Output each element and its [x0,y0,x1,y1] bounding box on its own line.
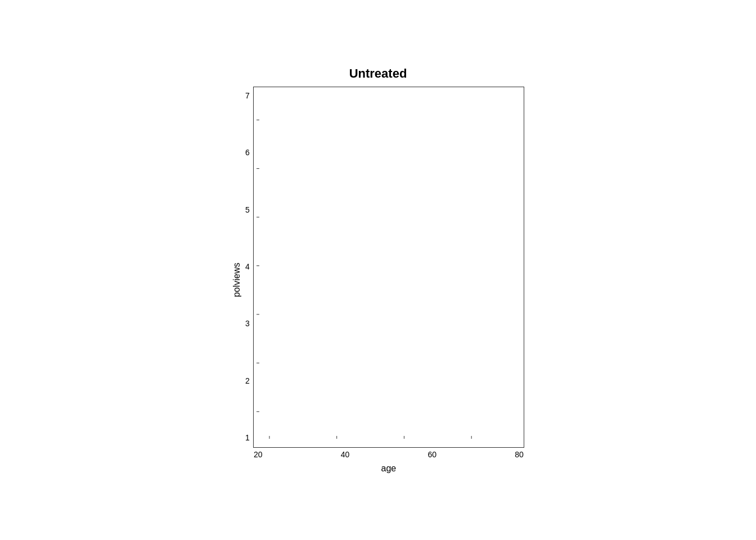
x-tick-20-untreated: 20 [254,450,263,459]
y-tick-1-untreated: 1 [245,433,250,442]
chart-area-untreated: polviews765432120406080age [232,87,524,474]
y-tick-5-untreated: 5 [245,205,250,214]
charts-container: Untreatedpolviews765432120406080age [209,55,547,485]
chart-wrapper-untreated: Untreatedpolviews765432120406080age [232,66,524,474]
x-tick-40-untreated: 40 [341,450,350,459]
x-tick-60-untreated: 60 [428,450,436,459]
plot-canvas-untreated [253,87,524,448]
y-tick-3-untreated: 3 [245,319,250,328]
y-tick-4-untreated: 4 [245,262,250,271]
x-tick-80-untreated: 80 [515,450,524,459]
chart-title-untreated: Untreated [349,66,407,81]
y-tick-2-untreated: 2 [245,376,250,385]
y-tick-7-untreated: 7 [245,91,250,100]
x-axis-label-untreated: age [381,464,397,474]
y-axis-label-untreated: polviews [232,263,242,297]
y-tick-6-untreated: 6 [245,148,250,157]
